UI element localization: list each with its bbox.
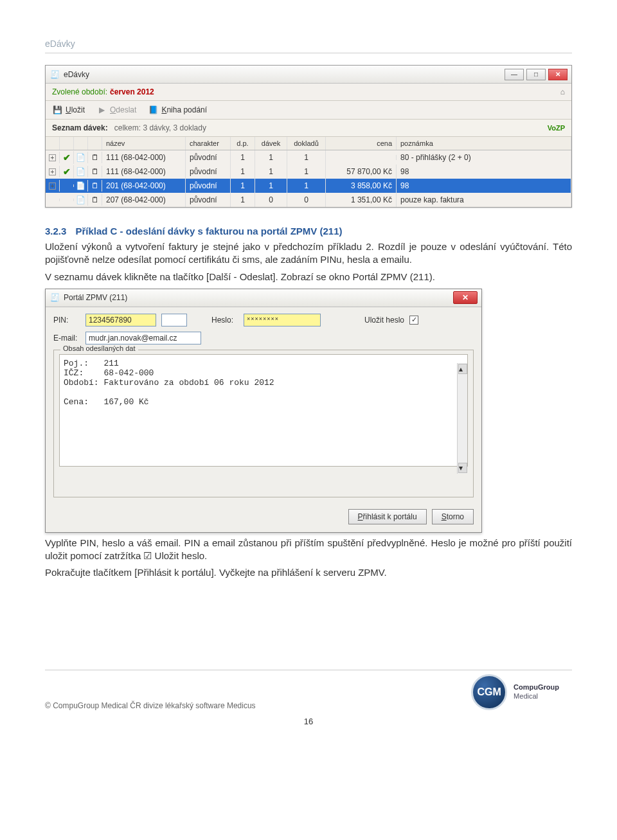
check-icon: ✔	[63, 152, 71, 163]
minimize-button[interactable]: —	[505, 69, 524, 80]
col-nazev: název	[102, 137, 186, 150]
app-icon: 🧾	[49, 69, 60, 80]
expand-icon[interactable]: +	[49, 154, 56, 161]
kniha-button[interactable]: 📘 Kniha podání	[148, 105, 207, 115]
col-charakter: charakter	[186, 137, 231, 150]
table-row[interactable]: +📄🗒201 (68-042-000)původní1113 858,00 Kč…	[46, 179, 571, 193]
zpmv-dialog: 🧾 Portál ZPMV (211) ✕ PIN: 1234567890 He…	[45, 289, 482, 533]
col-dokladu: dokladů	[287, 137, 326, 150]
book-icon: 📘	[148, 105, 158, 115]
scrollbar[interactable]: ▴ ▾	[457, 363, 467, 474]
form-icon: 🗒	[91, 167, 99, 176]
doc-icon: 📄	[76, 181, 85, 190]
doc-icon: 📄	[76, 195, 85, 204]
check-glyph-icon: ☑	[143, 550, 152, 561]
para-4: Pokračujte tlačítkem [Přihlásit k portál…	[45, 566, 572, 579]
period-value: červen 2012	[110, 87, 154, 96]
copyright: © CompuGroup Medical ČR divize lékařský …	[45, 701, 256, 710]
col-poznamka: poznámka	[397, 137, 571, 150]
logo-text-top: CompuGroup	[514, 683, 559, 692]
pin-label: PIN:	[53, 316, 80, 325]
home-icon[interactable]: ⌂	[560, 87, 565, 96]
pin-extra-input[interactable]	[161, 314, 187, 326]
save-button[interactable]: 💾 Uložit	[52, 105, 85, 115]
para-1: Uložení výkonů a vytvoření faktury je st…	[45, 240, 572, 267]
col-cena: cena	[326, 137, 397, 150]
form-icon: 🗒	[91, 195, 99, 204]
pin-input[interactable]: 1234567890	[85, 314, 156, 326]
scroll-down-icon[interactable]: ▾	[458, 463, 467, 473]
heslo-label: Heslo:	[211, 316, 238, 325]
grid-body: +✔📄🗒111 (68-042-000)původní11180 - přihl…	[46, 150, 571, 207]
table-row[interactable]: +✔📄🗒111 (68-042-000)původní11180 - přihl…	[46, 150, 571, 165]
period-label: Zvolené období:	[52, 87, 107, 96]
expand-icon[interactable]: +	[49, 168, 56, 175]
dialog-titlebar: 🧾 Portál ZPMV (211) ✕	[46, 289, 481, 307]
logo-text-bottom: Medical	[514, 692, 559, 701]
section-number: 3.2.3	[45, 226, 66, 237]
ulozit-heslo-label: Uložit heslo	[364, 316, 404, 325]
window-title: eDávky	[64, 70, 89, 79]
kniha-label: Kniha podání	[161, 105, 207, 114]
obsah-fieldset: Obsah odesílaných dat Poj.: 211 IČZ: 68-…	[53, 350, 474, 497]
obsah-textarea[interactable]: Poj.: 211 IČZ: 68-042-000 Období: Faktur…	[59, 354, 468, 467]
send-label: Odeslat	[110, 105, 136, 114]
dialog-title: Portál ZPMV (211)	[64, 293, 127, 302]
summary-bar: Seznam dávek: celkem: 3 dávky, 3 doklady…	[46, 120, 571, 137]
grid-header: název charakter d.p. dávek dokladů cena …	[46, 137, 571, 150]
doc-icon: 📄	[76, 167, 85, 176]
email-input[interactable]: mudr.jan.novak@email.cz	[85, 332, 201, 344]
para-3: Vyplňte PIN, heslo a váš email. PIN a em…	[45, 537, 572, 563]
scroll-up-icon[interactable]: ▴	[458, 364, 467, 374]
check-icon: ✔	[63, 166, 71, 177]
edavky-window: 🧾 eDávky — □ ✕ Zvolené období: červen 20…	[45, 65, 572, 208]
save-label: Uložit	[66, 105, 85, 114]
window-titlebar: 🧾 eDávky — □ ✕	[46, 66, 571, 84]
page-footer: © CompuGroup Medical ČR divize lékařský …	[45, 670, 572, 710]
email-label: E-mail:	[53, 334, 80, 343]
heslo-input[interactable]: ××××××××	[244, 314, 321, 326]
dialog-close-button[interactable]: ✕	[453, 291, 478, 304]
table-row[interactable]: 📄🗒207 (68-042-000)původní1001 351,00 Kčp…	[46, 193, 571, 207]
para-2: V seznamu dávek klikněte na tlačítko [Da…	[45, 271, 572, 283]
save-icon: 💾	[52, 105, 62, 115]
login-button[interactable]: Přihlásit k portálu	[348, 509, 427, 524]
send-button[interactable]: ▶ Odeslat	[96, 105, 136, 115]
summary-label: Seznam dávek:	[52, 123, 108, 132]
send-icon: ▶	[96, 105, 107, 115]
cgm-logo: CGM CompuGroup Medical	[471, 674, 559, 710]
col-davek: dávek	[255, 137, 287, 150]
vozp-badge: VoZP	[548, 124, 565, 132]
close-button[interactable]: ✕	[548, 69, 568, 80]
page-header-title: eDávky	[45, 39, 572, 53]
section-heading: Příklad C - odeslání dávky s fakturou na…	[75, 226, 342, 237]
page-number: 16	[45, 717, 572, 726]
ulozit-heslo-checkbox[interactable]: ✓	[409, 316, 418, 325]
dialog-icon: 🧾	[49, 292, 60, 303]
form-icon: 🗒	[91, 153, 99, 162]
expand-icon[interactable]: +	[49, 183, 56, 190]
table-row[interactable]: +✔📄🗒111 (68-042-000)původní11157 870,00 …	[46, 165, 571, 179]
col-dp: d.p.	[231, 137, 255, 150]
maximize-button[interactable]: □	[526, 69, 546, 80]
toolbar: 💾 Uložit ▶ Odeslat 📘 Kniha podání	[46, 101, 571, 120]
period-bar: Zvolené období: červen 2012 ⌂	[46, 84, 571, 101]
doc-icon: 📄	[76, 153, 85, 162]
summary-value: celkem: 3 dávky, 3 doklady	[114, 123, 206, 132]
logo-badge: CGM	[471, 674, 507, 710]
fieldset-legend: Obsah odesílaných dat	[60, 344, 138, 352]
form-icon: 🗒	[91, 181, 99, 190]
cancel-button[interactable]: Storno	[432, 509, 474, 524]
section-title: 3.2.3 Příklad C - odeslání dávky s faktu…	[45, 226, 572, 237]
